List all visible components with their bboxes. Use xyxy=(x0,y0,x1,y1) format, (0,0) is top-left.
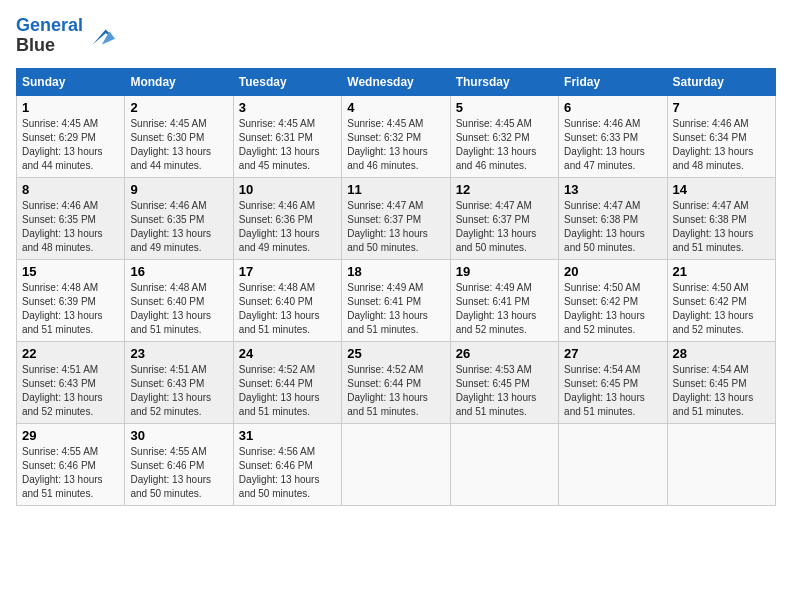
day-number: 24 xyxy=(239,346,336,361)
day-number: 17 xyxy=(239,264,336,279)
calendar-cell: 20 Sunrise: 4:50 AM Sunset: 6:42 PM Dayl… xyxy=(559,259,667,341)
calendar-cell: 27 Sunrise: 4:54 AM Sunset: 6:45 PM Dayl… xyxy=(559,341,667,423)
day-info: Sunrise: 4:48 AM Sunset: 6:40 PM Dayligh… xyxy=(130,281,227,337)
day-info: Sunrise: 4:49 AM Sunset: 6:41 PM Dayligh… xyxy=(456,281,553,337)
day-info: Sunrise: 4:45 AM Sunset: 6:32 PM Dayligh… xyxy=(456,117,553,173)
calendar-cell: 11 Sunrise: 4:47 AM Sunset: 6:37 PM Dayl… xyxy=(342,177,450,259)
day-info: Sunrise: 4:46 AM Sunset: 6:36 PM Dayligh… xyxy=(239,199,336,255)
calendar-cell xyxy=(342,423,450,505)
calendar-cell: 19 Sunrise: 4:49 AM Sunset: 6:41 PM Dayl… xyxy=(450,259,558,341)
day-number: 31 xyxy=(239,428,336,443)
calendar-cell: 8 Sunrise: 4:46 AM Sunset: 6:35 PM Dayli… xyxy=(17,177,125,259)
week-row-4: 22 Sunrise: 4:51 AM Sunset: 6:43 PM Dayl… xyxy=(17,341,776,423)
week-row-2: 8 Sunrise: 4:46 AM Sunset: 6:35 PM Dayli… xyxy=(17,177,776,259)
logo: GeneralBlue xyxy=(16,16,115,56)
day-number: 2 xyxy=(130,100,227,115)
day-number: 19 xyxy=(456,264,553,279)
day-info: Sunrise: 4:48 AM Sunset: 6:40 PM Dayligh… xyxy=(239,281,336,337)
day-number: 14 xyxy=(673,182,770,197)
calendar-cell: 2 Sunrise: 4:45 AM Sunset: 6:30 PM Dayli… xyxy=(125,95,233,177)
day-number: 29 xyxy=(22,428,119,443)
calendar-cell: 9 Sunrise: 4:46 AM Sunset: 6:35 PM Dayli… xyxy=(125,177,233,259)
day-number: 18 xyxy=(347,264,444,279)
day-info: Sunrise: 4:46 AM Sunset: 6:35 PM Dayligh… xyxy=(130,199,227,255)
day-number: 15 xyxy=(22,264,119,279)
calendar-cell: 23 Sunrise: 4:51 AM Sunset: 6:43 PM Dayl… xyxy=(125,341,233,423)
day-info: Sunrise: 4:50 AM Sunset: 6:42 PM Dayligh… xyxy=(673,281,770,337)
calendar-cell: 29 Sunrise: 4:55 AM Sunset: 6:46 PM Dayl… xyxy=(17,423,125,505)
calendar-cell: 24 Sunrise: 4:52 AM Sunset: 6:44 PM Dayl… xyxy=(233,341,341,423)
calendar-cell: 1 Sunrise: 4:45 AM Sunset: 6:29 PM Dayli… xyxy=(17,95,125,177)
day-info: Sunrise: 4:55 AM Sunset: 6:46 PM Dayligh… xyxy=(22,445,119,501)
col-header-sunday: Sunday xyxy=(17,68,125,95)
calendar-cell: 10 Sunrise: 4:46 AM Sunset: 6:36 PM Dayl… xyxy=(233,177,341,259)
week-row-5: 29 Sunrise: 4:55 AM Sunset: 6:46 PM Dayl… xyxy=(17,423,776,505)
day-number: 11 xyxy=(347,182,444,197)
logo-icon xyxy=(87,22,115,50)
day-info: Sunrise: 4:54 AM Sunset: 6:45 PM Dayligh… xyxy=(673,363,770,419)
calendar-cell: 22 Sunrise: 4:51 AM Sunset: 6:43 PM Dayl… xyxy=(17,341,125,423)
calendar-cell: 15 Sunrise: 4:48 AM Sunset: 6:39 PM Dayl… xyxy=(17,259,125,341)
day-info: Sunrise: 4:52 AM Sunset: 6:44 PM Dayligh… xyxy=(239,363,336,419)
col-header-tuesday: Tuesday xyxy=(233,68,341,95)
day-number: 13 xyxy=(564,182,661,197)
day-number: 25 xyxy=(347,346,444,361)
calendar-cell: 18 Sunrise: 4:49 AM Sunset: 6:41 PM Dayl… xyxy=(342,259,450,341)
day-info: Sunrise: 4:50 AM Sunset: 6:42 PM Dayligh… xyxy=(564,281,661,337)
day-number: 26 xyxy=(456,346,553,361)
day-info: Sunrise: 4:54 AM Sunset: 6:45 PM Dayligh… xyxy=(564,363,661,419)
page-header: GeneralBlue xyxy=(16,16,776,56)
day-number: 5 xyxy=(456,100,553,115)
day-info: Sunrise: 4:47 AM Sunset: 6:37 PM Dayligh… xyxy=(456,199,553,255)
calendar-cell: 26 Sunrise: 4:53 AM Sunset: 6:45 PM Dayl… xyxy=(450,341,558,423)
day-number: 22 xyxy=(22,346,119,361)
calendar-cell: 21 Sunrise: 4:50 AM Sunset: 6:42 PM Dayl… xyxy=(667,259,775,341)
calendar-cell: 28 Sunrise: 4:54 AM Sunset: 6:45 PM Dayl… xyxy=(667,341,775,423)
col-header-friday: Friday xyxy=(559,68,667,95)
day-info: Sunrise: 4:47 AM Sunset: 6:37 PM Dayligh… xyxy=(347,199,444,255)
day-info: Sunrise: 4:46 AM Sunset: 6:35 PM Dayligh… xyxy=(22,199,119,255)
week-row-3: 15 Sunrise: 4:48 AM Sunset: 6:39 PM Dayl… xyxy=(17,259,776,341)
col-header-wednesday: Wednesday xyxy=(342,68,450,95)
day-info: Sunrise: 4:45 AM Sunset: 6:32 PM Dayligh… xyxy=(347,117,444,173)
week-row-1: 1 Sunrise: 4:45 AM Sunset: 6:29 PM Dayli… xyxy=(17,95,776,177)
day-number: 23 xyxy=(130,346,227,361)
day-info: Sunrise: 4:49 AM Sunset: 6:41 PM Dayligh… xyxy=(347,281,444,337)
day-info: Sunrise: 4:52 AM Sunset: 6:44 PM Dayligh… xyxy=(347,363,444,419)
calendar-cell: 17 Sunrise: 4:48 AM Sunset: 6:40 PM Dayl… xyxy=(233,259,341,341)
day-number: 6 xyxy=(564,100,661,115)
col-header-thursday: Thursday xyxy=(450,68,558,95)
day-info: Sunrise: 4:53 AM Sunset: 6:45 PM Dayligh… xyxy=(456,363,553,419)
day-number: 20 xyxy=(564,264,661,279)
day-number: 7 xyxy=(673,100,770,115)
calendar-cell: 30 Sunrise: 4:55 AM Sunset: 6:46 PM Dayl… xyxy=(125,423,233,505)
day-number: 1 xyxy=(22,100,119,115)
day-number: 28 xyxy=(673,346,770,361)
calendar-cell: 31 Sunrise: 4:56 AM Sunset: 6:46 PM Dayl… xyxy=(233,423,341,505)
calendar-cell: 14 Sunrise: 4:47 AM Sunset: 6:38 PM Dayl… xyxy=(667,177,775,259)
day-info: Sunrise: 4:47 AM Sunset: 6:38 PM Dayligh… xyxy=(673,199,770,255)
calendar-cell: 7 Sunrise: 4:46 AM Sunset: 6:34 PM Dayli… xyxy=(667,95,775,177)
calendar-cell: 25 Sunrise: 4:52 AM Sunset: 6:44 PM Dayl… xyxy=(342,341,450,423)
calendar-table: SundayMondayTuesdayWednesdayThursdayFrid… xyxy=(16,68,776,506)
calendar-cell xyxy=(559,423,667,505)
col-header-saturday: Saturday xyxy=(667,68,775,95)
calendar-cell: 5 Sunrise: 4:45 AM Sunset: 6:32 PM Dayli… xyxy=(450,95,558,177)
calendar-cell xyxy=(450,423,558,505)
day-number: 27 xyxy=(564,346,661,361)
day-number: 21 xyxy=(673,264,770,279)
calendar-cell: 16 Sunrise: 4:48 AM Sunset: 6:40 PM Dayl… xyxy=(125,259,233,341)
day-number: 12 xyxy=(456,182,553,197)
day-info: Sunrise: 4:45 AM Sunset: 6:30 PM Dayligh… xyxy=(130,117,227,173)
day-number: 3 xyxy=(239,100,336,115)
day-info: Sunrise: 4:51 AM Sunset: 6:43 PM Dayligh… xyxy=(130,363,227,419)
day-number: 30 xyxy=(130,428,227,443)
day-number: 8 xyxy=(22,182,119,197)
logo-text: GeneralBlue xyxy=(16,16,83,56)
calendar-cell: 13 Sunrise: 4:47 AM Sunset: 6:38 PM Dayl… xyxy=(559,177,667,259)
day-info: Sunrise: 4:46 AM Sunset: 6:33 PM Dayligh… xyxy=(564,117,661,173)
day-info: Sunrise: 4:45 AM Sunset: 6:31 PM Dayligh… xyxy=(239,117,336,173)
day-info: Sunrise: 4:56 AM Sunset: 6:46 PM Dayligh… xyxy=(239,445,336,501)
col-header-monday: Monday xyxy=(125,68,233,95)
day-info: Sunrise: 4:55 AM Sunset: 6:46 PM Dayligh… xyxy=(130,445,227,501)
